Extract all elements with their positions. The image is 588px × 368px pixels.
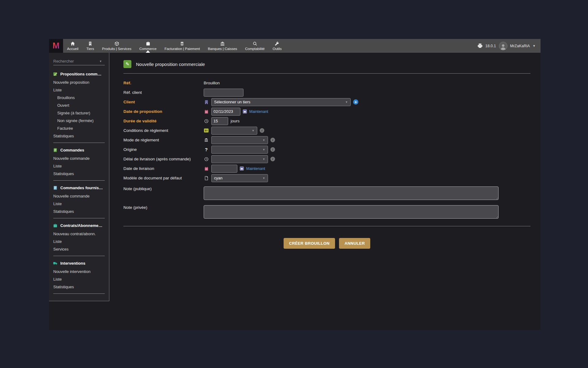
page-title: Nouvelle proposition commerciale bbox=[136, 62, 205, 67]
sidebar-item-non-signee[interactable]: Non signée (fermée) bbox=[49, 117, 109, 125]
user-name[interactable]: MrZaKaRiA bbox=[510, 44, 530, 48]
contract-icon bbox=[53, 223, 58, 228]
chevron-down-icon[interactable]: ▼ bbox=[533, 44, 536, 48]
clock-icon bbox=[204, 119, 209, 123]
truck-icon bbox=[53, 261, 58, 266]
printer-icon[interactable] bbox=[477, 43, 483, 48]
search-dropdown-icon[interactable]: ▼ bbox=[99, 60, 102, 63]
section-title-label: Propositions comm… bbox=[60, 72, 101, 76]
sidebar-item-signee[interactable]: Signée (à facturer) bbox=[49, 109, 109, 117]
sidebar-item-brouillons[interactable]: Brouillons bbox=[49, 94, 109, 102]
section-title-label: Interventions bbox=[60, 261, 85, 266]
left-sidebar: ▼ Propositions comm… Nouvelle propositio… bbox=[49, 53, 109, 301]
create-draft-button[interactable]: CRÉER BROUILLON bbox=[284, 238, 335, 249]
proposal-title-icon: ✎ bbox=[123, 60, 131, 68]
calendar-picker-icon[interactable] bbox=[243, 109, 247, 113]
duree-validite-label: Durée de validité bbox=[123, 119, 204, 123]
now-link-livraison[interactable]: Maintenant bbox=[246, 167, 265, 171]
nav-item-facturation-paiement[interactable]: Facturation | Paiement bbox=[160, 39, 204, 53]
sidebar-item-nouveau-contrat[interactable]: Nouveau contrat/abonn. bbox=[49, 230, 109, 238]
document-icon bbox=[204, 176, 209, 180]
sidebar-item-liste-interventions[interactable]: Liste bbox=[49, 275, 109, 283]
form-row-client: Client Sélectionner un tiers ▼ + bbox=[123, 97, 530, 107]
nav-item-tiers[interactable]: Tiers bbox=[82, 39, 98, 53]
nav-item-banques-caisses[interactable]: Banques | Caisses bbox=[204, 39, 241, 53]
note-privee-textarea[interactable] bbox=[204, 205, 499, 219]
origine-select[interactable]: ▼ bbox=[211, 146, 268, 154]
sidebar-item-statistiques-interventions[interactable]: Statistiques bbox=[49, 283, 109, 291]
calendar-icon bbox=[204, 109, 209, 114]
select-arrow-icon: ▼ bbox=[262, 158, 265, 161]
question-icon: ? bbox=[204, 147, 209, 152]
sidebar-divider bbox=[53, 143, 105, 143]
cancel-button[interactable]: ANNULER bbox=[339, 238, 370, 249]
avatar[interactable] bbox=[499, 42, 507, 50]
conditions-reglement-label: Conditions de règlement bbox=[123, 128, 204, 133]
home-icon bbox=[70, 41, 75, 46]
sidebar-item-liste-commandes[interactable]: Liste bbox=[49, 162, 109, 170]
sidebar-divider bbox=[53, 180, 105, 181]
form-row-date-proposition: Date de proposition Maintenant bbox=[123, 107, 530, 116]
nav-label: Outils bbox=[273, 47, 281, 51]
person-icon bbox=[500, 43, 507, 50]
sidebar-item-ouvert[interactable]: Ouvert bbox=[49, 102, 109, 109]
sidebar-divider bbox=[53, 256, 105, 256]
duree-validite-input[interactable] bbox=[211, 117, 228, 125]
delai-livraison-select[interactable]: ▼ bbox=[211, 155, 268, 163]
conditions-reglement-select[interactable]: ▼ bbox=[211, 127, 257, 135]
date-livraison-label: Date de livraison bbox=[123, 166, 204, 171]
sidebar-item-liste-contrats[interactable]: Liste bbox=[49, 238, 109, 245]
briefcase-icon bbox=[146, 41, 150, 46]
date-livraison-input[interactable] bbox=[211, 165, 237, 173]
note-publique-label: Note (publique) bbox=[123, 186, 204, 191]
section-title-label: Contrats/Abonneme… bbox=[60, 223, 102, 228]
client-label: Client bbox=[123, 100, 204, 104]
client-select[interactable]: Sélectionner un tiers ▼ bbox=[211, 98, 351, 106]
sidebar-item-liste-commandes-fournisseurs[interactable]: Liste bbox=[49, 200, 109, 208]
form-row-delai-livraison: Délai de livraison (après commande) ▼ i bbox=[123, 154, 530, 164]
select-arrow-icon: ▼ bbox=[252, 129, 254, 132]
sidebar-section-commandes-fournisseurs[interactable]: Commandes fournis… bbox=[49, 183, 109, 192]
calendar-picker-icon[interactable] bbox=[240, 167, 244, 171]
sidebar-item-nouvelle-commande[interactable]: Nouvelle commande bbox=[49, 155, 109, 162]
note-publique-textarea[interactable] bbox=[204, 186, 499, 200]
duree-unit-label: jours bbox=[231, 119, 239, 123]
sidebar-section-interventions[interactable]: Interventions bbox=[49, 259, 109, 268]
modele-document-select[interactable]: cyan ▼ bbox=[211, 174, 268, 182]
calendar-icon bbox=[204, 167, 209, 171]
nav-item-outils[interactable]: Outils bbox=[269, 39, 285, 53]
sidebar-section-propositions[interactable]: Propositions comm… bbox=[49, 70, 109, 79]
modele-document-label: Modèle de document par défaut bbox=[123, 176, 204, 180]
sidebar-item-nouvelle-proposition[interactable]: Nouvelle proposition bbox=[49, 79, 109, 86]
sidebar-item-liste-propositions[interactable]: Liste bbox=[49, 86, 109, 94]
section-title-label: Commandes fournis… bbox=[60, 186, 103, 190]
info-icon: i bbox=[270, 157, 275, 161]
sidebar-section-commandes[interactable]: Commandes bbox=[49, 146, 109, 155]
mode-reglement-select[interactable]: ▼ bbox=[211, 136, 268, 144]
sidebar-item-nouvelle-intervention[interactable]: Nouvelle intervention bbox=[49, 268, 109, 275]
app-logo[interactable]: M bbox=[49, 39, 63, 53]
sidebar-item-statistiques-commandes-fournisseurs[interactable]: Statistiques bbox=[49, 208, 109, 215]
form-row-conditions-reglement: Conditions de règlement $= ▼ i bbox=[123, 126, 530, 135]
nav-item-produits-services[interactable]: Produits | Services bbox=[98, 39, 135, 53]
ref-client-label: Réf. client bbox=[123, 90, 204, 95]
sidebar-item-nouvelle-commande-fournisseur[interactable]: Nouvelle commande bbox=[49, 192, 109, 200]
nav-item-commerce[interactable]: Commerce bbox=[135, 39, 160, 53]
nav-item-comptabilite[interactable]: Comptabilité bbox=[241, 39, 269, 53]
sidebar-item-statistiques-propositions[interactable]: Statistiques bbox=[49, 132, 109, 140]
select-arrow-icon: ▼ bbox=[262, 139, 265, 142]
sidebar-section-contrats[interactable]: Contrats/Abonneme… bbox=[49, 221, 109, 230]
nav-item-accueil[interactable]: Accueil bbox=[63, 39, 82, 53]
sidebar-item-services-contrats[interactable]: Services bbox=[49, 245, 109, 253]
search-input[interactable] bbox=[53, 59, 99, 63]
select-arrow-icon: ▼ bbox=[262, 177, 265, 180]
add-client-button[interactable]: + bbox=[353, 99, 358, 105]
form-row-modele-document: Modèle de document par défaut cyan ▼ bbox=[123, 173, 530, 183]
now-link-proposition[interactable]: Maintenant bbox=[249, 109, 268, 114]
version-label: 18.0.1 bbox=[485, 44, 496, 48]
client-building-icon bbox=[204, 100, 209, 104]
date-proposition-input[interactable] bbox=[211, 108, 240, 116]
sidebar-item-facturee[interactable]: Facturée bbox=[49, 125, 109, 132]
sidebar-item-statistiques-commandes[interactable]: Statistiques bbox=[49, 170, 109, 178]
ref-client-input[interactable] bbox=[204, 89, 243, 97]
